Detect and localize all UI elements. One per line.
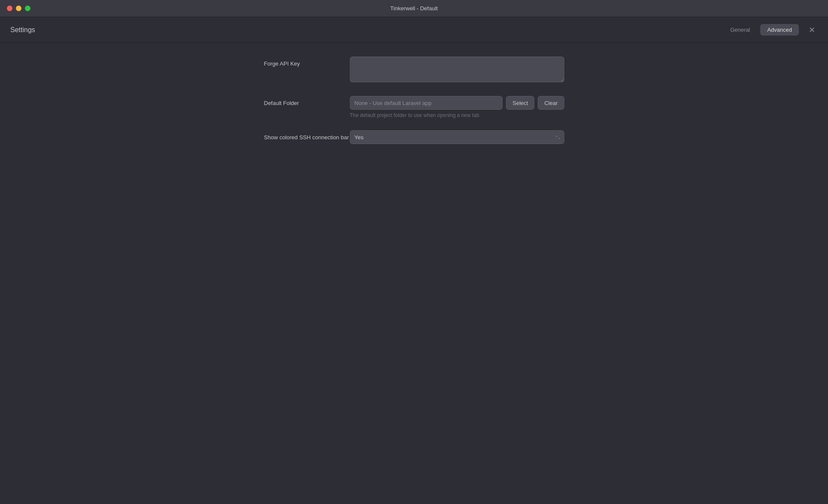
folder-display: None - Use default Laravel app <box>350 96 503 110</box>
forge-api-key-control <box>350 57 564 84</box>
close-traffic-light[interactable] <box>7 6 12 11</box>
default-folder-control: None - Use default Laravel app Select Cl… <box>350 96 564 118</box>
title-bar: Tinkerwell - Default <box>0 0 828 17</box>
minimize-traffic-light[interactable] <box>16 6 21 11</box>
ssh-bar-label: Show colored SSH connection bar <box>264 130 350 141</box>
settings-form: Forge API Key Default Folder None - Use … <box>264 57 564 156</box>
page-title: Settings <box>10 26 723 34</box>
ssh-bar-control: Yes No <box>350 130 564 144</box>
folder-row: None - Use default Laravel app Select Cl… <box>350 96 564 110</box>
window-title: Tinkerwell - Default <box>390 5 438 12</box>
ssh-bar-row: Show colored SSH connection bar Yes No <box>264 130 564 144</box>
forge-api-key-row: Forge API Key <box>264 57 564 84</box>
ssh-bar-select[interactable]: Yes No <box>350 130 564 144</box>
maximize-traffic-light[interactable] <box>25 6 30 11</box>
ssh-bar-select-wrapper: Yes No <box>350 130 564 144</box>
default-folder-label: Default Folder <box>264 96 350 107</box>
default-folder-row: Default Folder None - Use default Larave… <box>264 96 564 118</box>
tab-advanced[interactable]: Advanced <box>760 24 799 36</box>
settings-content: Forge API Key Default Folder None - Use … <box>0 43 828 170</box>
tab-general[interactable]: General <box>723 24 757 36</box>
header: Settings General Advanced ✕ <box>0 17 828 43</box>
clear-folder-button[interactable]: Clear <box>538 96 564 110</box>
header-tabs: General Advanced ✕ <box>723 24 818 36</box>
select-folder-button[interactable]: Select <box>506 96 534 110</box>
default-folder-hint: The default project folder to use when o… <box>350 112 564 118</box>
close-button[interactable]: ✕ <box>806 24 818 36</box>
forge-api-key-label: Forge API Key <box>264 57 350 68</box>
traffic-lights <box>7 6 30 11</box>
forge-api-key-input[interactable] <box>350 57 564 82</box>
